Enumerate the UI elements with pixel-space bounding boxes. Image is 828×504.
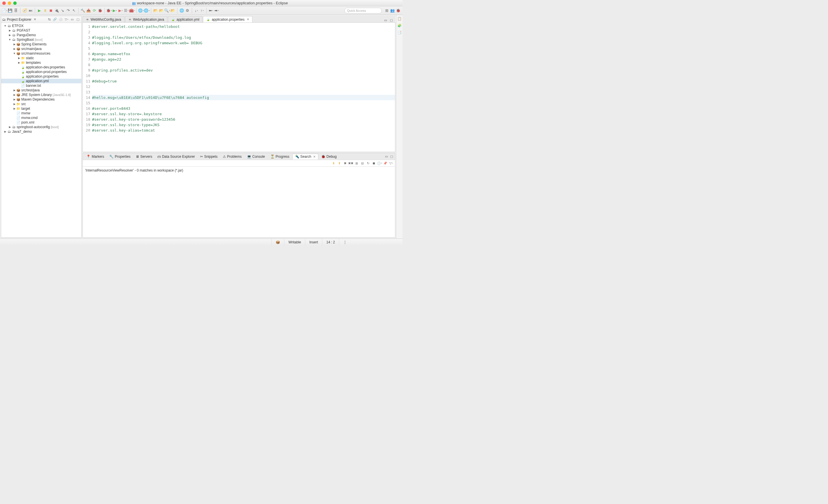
twisty-icon[interactable]: ▶	[17, 61, 21, 64]
editor-tab[interactable]: WebApplication.java	[125, 16, 168, 22]
remove-match-button[interactable]: ✖	[343, 161, 347, 166]
restart-server-button[interactable]: ⟳	[92, 8, 97, 13]
run-button[interactable]: ▶	[112, 8, 117, 13]
open-perspective-button[interactable]: ⊞	[384, 8, 389, 13]
external-tools-button[interactable]: 🧰	[129, 8, 134, 13]
twisty-icon[interactable]: ▼	[8, 38, 11, 41]
open-file-button[interactable]: 📂	[170, 8, 175, 13]
code-line[interactable]: #server.ssl.key-alias=tomcat	[92, 128, 395, 133]
twisty-icon[interactable]: ▶	[13, 107, 16, 110]
step-over-button[interactable]: ↷	[66, 8, 71, 13]
twisty-icon[interactable]: ▶	[8, 126, 11, 129]
tree-item[interactable]: ▶PGFAST	[1, 28, 81, 33]
code-line[interactable]	[92, 73, 395, 79]
new-button[interactable]: 📄	[2, 8, 7, 13]
close-tab-icon[interactable]: ✕	[247, 17, 249, 21]
run-last-button[interactable]: ▶	[118, 8, 123, 13]
link-editor-button[interactable]: 🔗	[53, 17, 57, 22]
twisty-icon[interactable]: ▶	[8, 34, 11, 37]
twisty-icon[interactable]: ▶	[13, 89, 16, 92]
twisty-icon[interactable]: ▶	[17, 57, 21, 59]
tree-item[interactable]: ▶Maven Dependencies	[1, 97, 81, 102]
editor-tab[interactable]: application.yml	[168, 16, 202, 22]
editor-tab[interactable]: WebMvcConfig.java	[83, 16, 124, 22]
code-line[interactable]: #hello.msg=\u81EA\u5DF1\u914D\u7F6E\u768…	[92, 95, 395, 100]
bottom-tab[interactable]: 🖥Servers	[133, 154, 154, 159]
focus-task-button[interactable]: ⚪	[58, 17, 63, 22]
code-line[interactable]	[92, 46, 395, 51]
twisty-icon[interactable]: ▶	[13, 93, 16, 96]
tree-item[interactable]: ▶src/main/java	[1, 47, 81, 51]
coverage-button[interactable]: ☰	[124, 8, 129, 13]
bottom-tab[interactable]: ⏳Progress	[268, 154, 292, 159]
boot-dashboard-button[interactable]: ⚙	[185, 8, 190, 13]
code-line[interactable]	[92, 100, 395, 106]
maximize-bottom-button[interactable]: ▢	[389, 154, 394, 159]
tree-item[interactable]: ▼src/main/resources	[1, 51, 81, 56]
tree-item[interactable]: pom.xml	[1, 120, 81, 125]
prev-annotation-button[interactable]: ↑	[200, 8, 205, 13]
remove-all-button[interactable]: ✖✖	[348, 161, 353, 166]
twisty-icon[interactable]: ▶	[13, 98, 16, 101]
tree-item[interactable]: ▼ETFOX	[1, 24, 81, 28]
bottom-tab[interactable]: ✂Snippets	[198, 154, 220, 159]
status-menu-icon[interactable]: ⋮	[339, 239, 351, 245]
bottom-tab[interactable]: 🐞Debug	[319, 154, 339, 159]
javaee-perspective-button[interactable]: 👥	[390, 8, 395, 13]
tree-item[interactable]: application-prod.properties	[1, 70, 81, 74]
build-button[interactable]: 🔨	[80, 8, 85, 13]
save-button[interactable]: 💾	[7, 8, 13, 13]
tree-item[interactable]: ▶Java7_demo	[1, 129, 81, 134]
collapse-all-button-2[interactable]: ⊟	[360, 161, 365, 166]
tree-item[interactable]: ▶Spring Elements	[1, 42, 81, 47]
bottom-tab[interactable]: 💻Console	[245, 154, 267, 159]
resume-button[interactable]: ▶	[37, 8, 42, 13]
close-tab-icon[interactable]: ✕	[313, 155, 316, 158]
tree-item[interactable]: ▶src/test/java	[1, 88, 81, 93]
tree-item[interactable]: mvnw	[1, 111, 81, 116]
editor-tab[interactable]: application.properties✕	[203, 16, 252, 22]
publish-button[interactable]: 📤	[86, 8, 91, 13]
save-all-button[interactable]: 🗄	[13, 8, 18, 13]
code-line[interactable]: #server.ssl.key-store-password=123456	[92, 117, 395, 122]
next-match-button[interactable]: ⬇	[331, 161, 336, 166]
step-return-button[interactable]: ↖	[71, 8, 77, 13]
cancel-search-button[interactable]: ⏹	[371, 161, 376, 166]
twisty-icon[interactable]: ▶	[3, 130, 7, 133]
twisty-icon[interactable]: ▶	[13, 103, 16, 105]
expand-all-button[interactable]: ⊞	[354, 161, 359, 166]
tree-item[interactable]: ▶PanguDemo	[1, 33, 81, 37]
twisty-icon[interactable]: ▶	[8, 29, 11, 32]
code-line[interactable]: #debug=true	[92, 79, 395, 84]
debug-button[interactable]: 🐞	[107, 8, 112, 13]
disconnect-button[interactable]: 🔌	[54, 8, 59, 13]
profile-server-button[interactable]: 🐞	[97, 8, 102, 13]
back-button[interactable]: ⬅	[208, 8, 214, 13]
bottom-tab[interactable]: ⚠Problems	[220, 154, 244, 159]
forward-button[interactable]: ➡	[214, 8, 219, 13]
code-line[interactable]	[92, 84, 395, 89]
code-line[interactable]: #server.servlet.context-path=/helloboot	[92, 24, 395, 29]
tree-item[interactable]: ▶target	[1, 106, 81, 111]
tree-item[interactable]: ▼SpringBoot [boot]	[1, 37, 81, 42]
collapse-all-button[interactable]: ⇆	[47, 17, 51, 22]
tree-item[interactable]: application.yml	[1, 79, 81, 83]
outline-trim-button[interactable]: 📋	[397, 17, 402, 21]
bottom-tab[interactable]: 🗃Data Source Explorer	[155, 154, 197, 159]
code-line[interactable]: #spring.profiles.active=dev	[92, 67, 395, 73]
code-lines[interactable]: #server.servlet.context-path=/helloboot#…	[91, 23, 395, 152]
run-again-button[interactable]: ↻	[366, 161, 370, 166]
code-line[interactable]: #server.port=8443	[92, 106, 395, 111]
project-tree[interactable]: ▼ETFOX▶PGFAST▶PanguDemo▼SpringBoot [boot…	[1, 23, 81, 237]
suspend-button[interactable]: ⏸	[43, 8, 48, 13]
terminate-button[interactable]: ⏹	[48, 8, 53, 13]
minimize-window-button[interactable]	[8, 1, 11, 5]
zoom-window-button[interactable]	[13, 1, 17, 5]
minimize-bottom-button[interactable]: ▭	[384, 154, 389, 159]
maximize-view-button[interactable]: ▢	[76, 17, 80, 22]
tree-item[interactable]: application-dev.properties	[1, 65, 81, 70]
search-view-menu[interactable]: ▽	[389, 161, 393, 166]
quick-access-input[interactable]: Quick Access	[344, 8, 382, 13]
search-button[interactable]: 🔍	[164, 8, 170, 13]
view-close-icon[interactable]: ✕	[33, 17, 37, 22]
